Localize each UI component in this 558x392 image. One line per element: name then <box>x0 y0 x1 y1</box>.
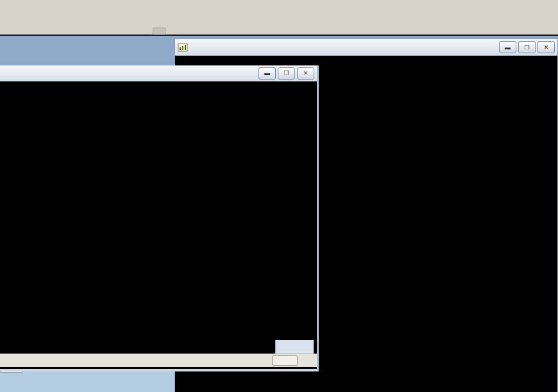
chart-corner-flag-cell[interactable] <box>275 340 314 354</box>
minimize-button[interactable]: ▬ <box>258 67 276 80</box>
toolbar-top-row <box>0 0 558 8</box>
horizontal-scrollbar[interactable] <box>0 354 317 367</box>
scrollbar-thumb[interactable] <box>272 355 298 366</box>
toolbar-tab-notch <box>153 28 165 35</box>
foreground-chart-window[interactable]: ▬ ❐ ✕ <box>0 65 319 371</box>
toolbar-drawing-row <box>0 8 558 25</box>
restore-button[interactable]: ❐ <box>278 67 295 80</box>
restore-button[interactable]: ❐ <box>518 41 536 53</box>
close-button[interactable]: ✕ <box>537 41 555 53</box>
scrollbar-right-arrow[interactable] <box>300 355 313 364</box>
close-button[interactable]: ✕ <box>297 67 314 80</box>
minimize-button[interactable]: ▬ <box>499 41 516 53</box>
chart-window-icon <box>178 43 188 52</box>
toolbar <box>0 0 558 35</box>
